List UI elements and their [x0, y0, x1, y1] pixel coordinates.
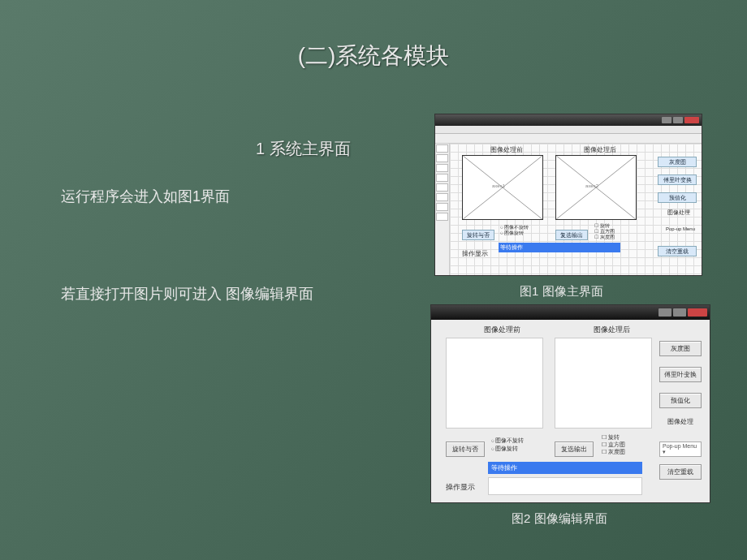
- fig2-waitbar: 等待操作: [488, 462, 642, 474]
- fig2-axes2: [555, 338, 652, 429]
- fig1-btn-clear: 清空重载: [658, 246, 697, 256]
- fig1-label-before: 图像处理前: [490, 145, 523, 154]
- fig2-btn-fft: 傅里叶变换: [659, 367, 702, 382]
- fig1-label-after: 图像处理后: [584, 145, 616, 154]
- fig1-btn-restore: 复选输出: [555, 230, 588, 240]
- fig2-section-imgproc: 图像处理: [667, 417, 693, 426]
- fig2-opdisplay-label: 操作显示: [446, 482, 475, 493]
- slide-subtitle: 1 系统主界面: [256, 138, 351, 160]
- body-text-2: 若直接打开图片则可进入 图像编辑界面: [61, 284, 313, 304]
- fig1-btn-fft: 傅里叶变换: [658, 174, 697, 185]
- close-icon: [684, 117, 699, 123]
- fig2-radio-rotate: 图像不旋转 图像旋转: [491, 437, 524, 453]
- fig2-label-after: 图像处理后: [594, 325, 630, 335]
- fig1-canvas: 图像处理前 图像处理后 axes1 axes2 灰度图 傅里叶变换 预值化 图像…: [450, 144, 702, 275]
- fig1-titlebar: [435, 114, 702, 126]
- figure2-screenshot: 图像处理前 图像处理后 灰度图 傅里叶变换 预值化 图像处理 旋转与否 图像不旋…: [430, 304, 710, 503]
- fig1-radio-rotate: ○ 图像不旋转 ○ 图像旋转: [500, 225, 529, 236]
- fig2-output-box: [488, 477, 642, 495]
- fig1-section-imgproc: 图像处理: [667, 209, 690, 217]
- fig2-chk-group: 旋转 直方图 灰度图: [602, 433, 625, 455]
- figure1-screenshot: 图像处理前 图像处理后 axes1 axes2 灰度图 傅里叶变换 预值化 图像…: [434, 114, 702, 276]
- min-icon: [658, 308, 671, 317]
- fig2-btn-restore: 复选输出: [555, 442, 594, 457]
- fig2-body: 图像处理前 图像处理后 灰度图 傅里叶变换 预值化 图像处理 旋转与否 图像不旋…: [431, 320, 710, 502]
- fig2-popup: Pop-up Menu ▾: [659, 442, 702, 457]
- fig1-menubar: [435, 126, 702, 134]
- fig2-btn-rotate: 旋转与否: [446, 442, 485, 457]
- fig1-toolbar: [435, 134, 702, 144]
- fig2-btn-clear: 清空重载: [659, 464, 702, 480]
- figure1-caption: 图1 图像主界面: [520, 284, 603, 299]
- fig1-popup: Pop-up Menu: [666, 226, 695, 231]
- fig1-waitbar: 等待操作: [499, 243, 620, 252]
- fig1-btn-threshold: 预值化: [658, 192, 697, 203]
- fig1-palette: [435, 144, 450, 275]
- fig2-label-before: 图像处理前: [484, 325, 520, 335]
- fig1-btn-gray: 灰度图: [658, 157, 697, 167]
- min-icon: [662, 117, 671, 123]
- fig2-titlebar: [431, 305, 710, 320]
- max-icon: [673, 308, 686, 317]
- fig1-opdisplay-label: 操作显示: [462, 249, 488, 258]
- body-text-1: 运行程序会进入如图1界面: [61, 187, 230, 206]
- fig1-btn-rotate: 旋转与否: [462, 230, 494, 240]
- slide-title: (二)系统各模块: [298, 41, 450, 71]
- close-icon: [688, 308, 707, 317]
- fig1-chk-group: ☐ 旋转 ☐ 直方图 ☐ 灰度图: [594, 223, 615, 241]
- max-icon: [673, 117, 683, 123]
- fig1-axes2: axes2: [555, 155, 637, 220]
- fig1-axes1: axes1: [462, 155, 543, 220]
- figure2-caption: 图2 图像编辑界面: [512, 511, 607, 527]
- fig2-btn-gray: 灰度图: [659, 341, 702, 356]
- fig2-axes1: [446, 338, 543, 429]
- fig2-btn-threshold: 预值化: [659, 393, 702, 408]
